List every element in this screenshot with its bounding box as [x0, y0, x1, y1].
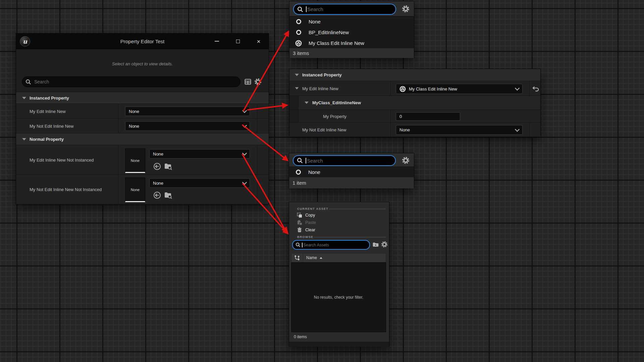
heading-divider [329, 209, 386, 209]
class-item-none[interactable]: None [289, 16, 414, 27]
asset-dropdown-edit-inline-not-instanced[interactable]: None [149, 149, 250, 159]
asset-thumbnail[interactable]: None [125, 178, 145, 202]
class-none-icon [296, 19, 301, 24]
maximize-button[interactable] [233, 37, 243, 46]
item-count: 3 items [293, 50, 309, 56]
class-picker-popup-large: Search None BP_EditInlineNew My Class Ed… [289, 1, 414, 58]
class-dropdown-my-not-edit-inline-new[interactable]: None [125, 121, 250, 131]
menu-item-copy[interactable]: Copy [289, 212, 389, 219]
settings-button[interactable] [254, 78, 262, 85]
collapse-triangle-icon[interactable] [22, 97, 26, 99]
asset-list-empty-area[interactable]: No results, check your filter. [291, 262, 386, 332]
class-none-icon [296, 170, 301, 175]
class-search-input[interactable]: Search [293, 4, 396, 15]
use-selected-asset-button[interactable] [153, 162, 161, 171]
browse-to-asset-button[interactable] [164, 191, 172, 199]
close-icon: × [257, 38, 260, 45]
paste-icon [297, 220, 303, 226]
gear-icon [381, 241, 388, 248]
collapse-triangle-icon[interactable] [22, 138, 26, 140]
class-picker-settings-button[interactable] [402, 157, 410, 164]
chevron-down-icon [242, 108, 247, 113]
path-picker-button[interactable] [372, 242, 379, 247]
row-my-edit-inline-new: My Edit Inline New My Class Edit Inline … [289, 81, 540, 96]
class-list: None [289, 167, 414, 178]
browse-to-asset-button[interactable] [164, 162, 172, 171]
reset-to-default-button[interactable] [531, 84, 540, 93]
search-icon [25, 79, 31, 85]
minimize-icon [215, 41, 219, 42]
class-search-input[interactable]: Search [293, 155, 396, 166]
class-none-icon [296, 30, 301, 35]
collapse-triangle-icon[interactable] [295, 74, 299, 76]
class-item-my-class-edit-inline-new[interactable]: My Class Edit Inline New [289, 38, 414, 49]
text-caret [306, 6, 307, 12]
class-picker-footer: 1 item [289, 177, 414, 188]
search-icon [297, 6, 303, 12]
popup-bottom-strip [289, 342, 389, 347]
gear-icon [254, 78, 262, 85]
section-header-normal-property[interactable]: Normal Property [16, 133, 269, 145]
details-view: Select an object to view details. Search… [16, 49, 269, 204]
search-assets-input[interactable]: Search Assets [292, 240, 370, 250]
class-picker-popup-small: Search None 1 item [289, 153, 414, 188]
expander-triangle-icon[interactable] [295, 87, 299, 89]
search-placeholder: Search [34, 79, 49, 84]
view-settings-button[interactable] [381, 241, 388, 248]
section-label: Instanced Property [302, 69, 342, 81]
property-name-cell: My Edit Inline New Not Instanced [16, 145, 118, 175]
class-cube-icon [399, 86, 406, 92]
row-my-property: My Property 0 [289, 110, 540, 123]
minimize-button[interactable] [212, 37, 222, 46]
menu-item-clear[interactable]: Clear [289, 226, 389, 234]
browse-heading: BROWSE [297, 235, 313, 239]
section-header-instanced-property[interactable]: Instanced Property [289, 69, 540, 81]
class-item-bp-editinlinenew[interactable]: BP_EditInlineNew [289, 27, 414, 38]
heading-divider [314, 237, 386, 237]
section-label: Instanced Property [30, 92, 69, 104]
display-options-button[interactable] [244, 78, 252, 85]
use-selected-asset-button[interactable] [153, 191, 161, 199]
my-property-number-input[interactable]: 0 [396, 112, 460, 121]
close-button[interactable]: × [254, 37, 264, 46]
chevron-down-icon [242, 180, 247, 185]
name-column-header[interactable]: Name [306, 253, 322, 262]
maximize-icon [236, 40, 240, 43]
folder-icon [372, 242, 379, 247]
chevron-down-icon [515, 127, 520, 131]
section-label: Normal Property [30, 133, 64, 145]
class-cube-icon [295, 40, 302, 47]
menu-item-paste: Paste [289, 219, 389, 226]
class-dropdown-my-not-edit-inline-new[interactable]: None [396, 125, 523, 135]
asset-thumbnail[interactable]: None [125, 148, 145, 173]
asset-dropdown-not-edit-inline-not-instanced[interactable]: None [149, 178, 250, 188]
search-placeholder: Search Assets [303, 243, 329, 247]
class-item-none[interactable]: None [289, 167, 414, 178]
undo-arrow-icon [532, 86, 539, 92]
gear-icon [402, 5, 410, 13]
search-placeholder: Search [307, 6, 323, 12]
sort-ascending-icon [320, 257, 322, 259]
gear-icon [402, 157, 410, 164]
no-results-text: No results, check your filter. [314, 295, 363, 300]
collapse-triangle-icon[interactable] [305, 102, 309, 104]
use-asset-icon [153, 191, 161, 199]
class-dropdown-my-edit-inline-new[interactable]: None [125, 107, 250, 116]
subobject-header-row[interactable]: MyClass_EditInlineNew [289, 96, 540, 110]
trash-icon [297, 227, 303, 233]
current-asset-heading: CURRENT ASSET [297, 207, 328, 210]
class-dropdown-my-edit-inline-new[interactable]: My Class Edit Inline New [396, 84, 523, 94]
chevron-down-icon [515, 86, 520, 90]
search-placeholder: Search [307, 158, 323, 164]
class-picker-settings-button[interactable] [402, 5, 410, 13]
search-input[interactable]: Search [22, 76, 240, 87]
row-my-not-edit-inline-new: My Not Edit Inline New None [16, 118, 269, 133]
section-header-instanced-property[interactable]: Instanced Property [16, 92, 269, 104]
titlebar[interactable]: u Property Editor Test × [16, 34, 269, 49]
column-options-button[interactable] [294, 255, 300, 261]
property-editor-window: u Property Editor Test × Select an objec… [16, 33, 269, 204]
class-picker-footer: 3 items [289, 48, 414, 58]
property-name-cell: My Edit Inline New [16, 104, 118, 119]
indent-guide [289, 96, 299, 110]
window-title: Property Editor Test [16, 34, 269, 49]
